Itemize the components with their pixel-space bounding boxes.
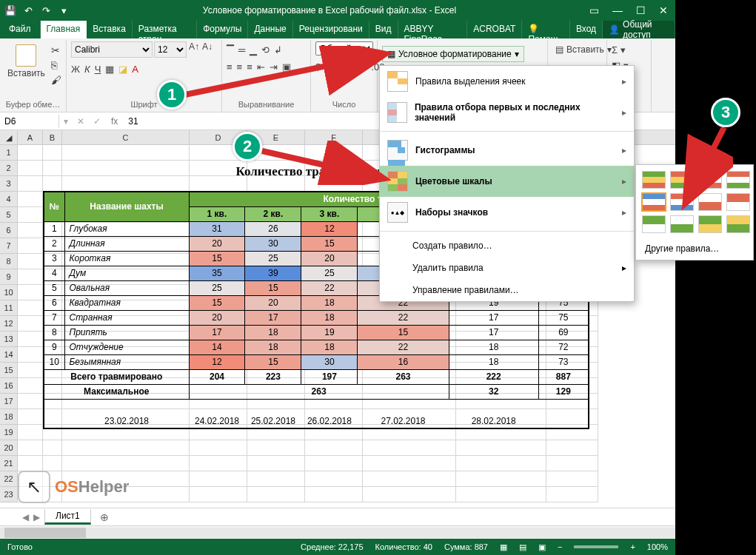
tab-data[interactable]: Данные <box>248 21 292 38</box>
row-header[interactable]: 15 <box>0 363 18 378</box>
row-header[interactable]: 20 <box>0 440 18 456</box>
grow-font-icon[interactable]: A↑ <box>188 41 200 58</box>
row-header[interactable]: 23 <box>0 487 18 502</box>
view-break-icon[interactable]: ▣ <box>538 542 546 552</box>
data-cell[interactable]: Припять <box>64 325 189 340</box>
tab-view[interactable]: Вид <box>369 21 398 38</box>
maximize-icon[interactable]: ☐ <box>636 4 646 16</box>
undo-icon[interactable]: ↶ <box>22 5 34 16</box>
cf-color-scales[interactable]: Цветовые шкалы▸ <box>380 166 634 197</box>
data-cell[interactable]: 15 <box>358 325 449 340</box>
format-painter-icon[interactable]: 🖌 <box>51 74 61 86</box>
data-cell[interactable]: 1 <box>44 221 64 236</box>
fx-icon[interactable]: fx <box>105 116 124 127</box>
colorscale-option[interactable] <box>726 193 750 211</box>
data-cell[interactable]: 35 <box>189 266 245 280</box>
tab-review[interactable]: Рецензировани <box>293 21 369 38</box>
data-cell[interactable]: 18 <box>301 295 358 310</box>
data-cell[interactable]: 18 <box>245 340 301 354</box>
data-cell[interactable]: 73 <box>538 354 589 369</box>
close-icon[interactable]: ✕ <box>659 4 668 16</box>
tab-acrobat[interactable]: ACROBAT <box>467 21 522 38</box>
row-header[interactable]: 7 <box>0 238 18 254</box>
row-header[interactable]: 17 <box>0 394 18 409</box>
tab-layout[interactable]: Разметка стран <box>133 21 197 38</box>
data-cell[interactable]: 20 <box>189 236 245 251</box>
row-header[interactable]: 22 <box>0 471 18 487</box>
colorscale-option[interactable] <box>670 193 694 211</box>
align-bot-icon[interactable]: ▁ <box>250 44 257 56</box>
tab-signin[interactable]: Вход <box>570 21 603 38</box>
data-cell[interactable]: 22 <box>358 310 449 325</box>
bold-icon[interactable]: Ж <box>71 64 80 75</box>
row-header[interactable]: 18 <box>0 409 18 425</box>
tab-formulas[interactable]: Формулы <box>197 21 248 38</box>
colorscale-option[interactable] <box>642 193 666 211</box>
col-header-F[interactable]: F <box>305 130 363 144</box>
conditional-formatting-button[interactable]: ▦ Условное форматирование ▾ <box>382 46 524 62</box>
data-cell[interactable]: 20 <box>301 251 358 266</box>
data-cell[interactable]: Короткая <box>64 251 189 266</box>
col-header-A[interactable]: A <box>18 130 43 144</box>
ribbon-mode-icon[interactable]: ▭ <box>589 4 599 16</box>
data-cell[interactable]: 18 <box>301 310 358 325</box>
more-rules-link[interactable]: Другие правила… <box>642 240 747 254</box>
data-cell[interactable]: 6 <box>44 295 64 310</box>
data-cell[interactable]: 75 <box>538 310 589 325</box>
save-icon[interactable]: 💾 <box>4 5 16 16</box>
data-cell[interactable]: 22 <box>358 340 449 354</box>
data-cell[interactable]: 10 <box>44 354 64 369</box>
data-cell[interactable]: 25 <box>189 280 245 295</box>
insert-cells-button[interactable]: ▤ Вставить ▾ <box>555 44 599 55</box>
colorscale-option[interactable] <box>642 215 666 233</box>
indent-dec-icon[interactable]: ⇤ <box>257 61 265 73</box>
data-cell[interactable]: 17 <box>449 310 538 325</box>
cf-new-rule[interactable]: Создать правило… <box>380 235 634 257</box>
data-cell[interactable]: 8 <box>44 325 64 340</box>
row-header[interactable]: 11 <box>0 300 18 316</box>
data-cell[interactable]: Дум <box>64 266 189 280</box>
data-cell[interactable]: Безымянная <box>64 354 189 369</box>
data-cell[interactable]: 18 <box>245 325 301 340</box>
indent-inc-icon[interactable]: ⇥ <box>270 61 278 73</box>
align-top-icon[interactable]: ▔ <box>227 44 234 56</box>
row-header[interactable]: 8 <box>0 254 18 269</box>
comma-icon[interactable]: 000 <box>338 61 355 73</box>
row-header[interactable]: 5 <box>0 207 18 223</box>
data-cell[interactable]: 17 <box>245 310 301 325</box>
data-cell[interactable]: 69 <box>538 325 589 340</box>
data-cell[interactable]: Длинная <box>64 236 189 251</box>
zoom-slider[interactable] <box>574 545 618 548</box>
data-cell[interactable]: 18 <box>301 340 358 354</box>
name-box[interactable]: D6 <box>0 115 59 128</box>
tab-file[interactable]: Файл <box>0 21 41 38</box>
cut-icon[interactable]: ✂ <box>51 44 61 56</box>
colorscale-option[interactable] <box>726 215 750 233</box>
data-cell[interactable]: 72 <box>538 340 589 354</box>
data-cell[interactable]: Отчуждение <box>64 340 189 354</box>
horizontal-scrollbar[interactable] <box>0 525 675 539</box>
tab-help[interactable]: 💡 Помощ <box>522 21 569 38</box>
data-cell[interactable]: 16 <box>358 354 449 369</box>
currency-icon[interactable]: $ <box>315 61 321 73</box>
data-cell[interactable]: 15 <box>189 251 245 266</box>
data-cell[interactable]: 20 <box>245 295 301 310</box>
data-cell[interactable]: 25 <box>301 266 358 280</box>
data-cell[interactable]: 18 <box>449 354 538 369</box>
data-cell[interactable]: 5 <box>44 280 64 295</box>
row-header[interactable]: 10 <box>0 285 18 300</box>
row-header[interactable]: 3 <box>0 176 18 192</box>
cf-icon-sets[interactable]: ●▲◆ Наборы значков▸ <box>380 197 634 228</box>
tab-share[interactable]: 👤 Общий доступ <box>603 21 675 38</box>
redo-icon[interactable]: ↷ <box>40 5 52 16</box>
data-cell[interactable]: 7 <box>44 310 64 325</box>
row-header[interactable]: 9 <box>0 269 18 285</box>
data-cell[interactable]: 15 <box>245 280 301 295</box>
tab-abbyy[interactable]: ABBYY FineReac <box>398 21 468 38</box>
view-normal-icon[interactable]: ▦ <box>500 542 507 552</box>
sheet-tab[interactable]: Лист1 <box>44 509 91 525</box>
data-cell[interactable]: 2 <box>44 236 64 251</box>
data-cell[interactable]: 31 <box>189 221 245 236</box>
select-all-corner[interactable]: ◢ <box>0 130 18 144</box>
orient-icon[interactable]: ⟲ <box>261 44 270 56</box>
